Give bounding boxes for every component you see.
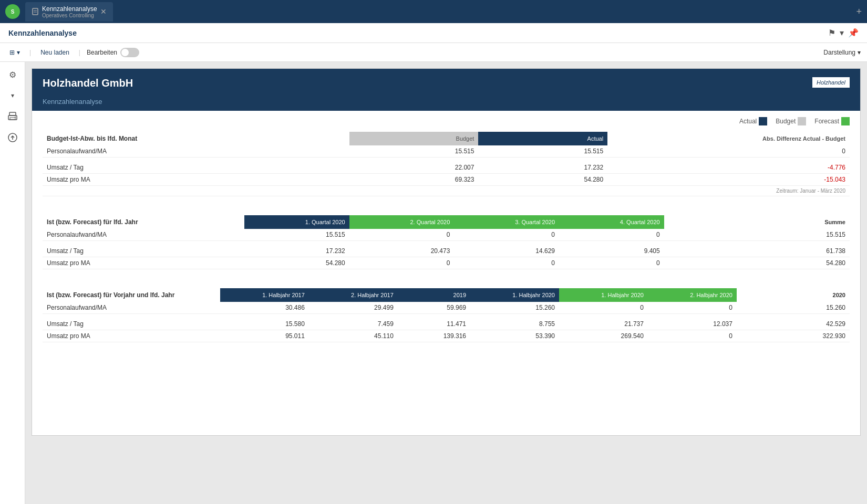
s1r2-diff: -15.043 [607,174,850,186]
section2-q3-header: 3. Quartal 2020 [454,215,559,229]
toggle-knob [121,49,129,56]
content-area: Holzhandel GmbH Holzhandel Kennzahlenana… [25,62,867,504]
reload-button[interactable]: Neu laden [37,47,73,58]
s2r0-summe: 15.515 [664,229,850,241]
s3r1-h2-2017: 7.459 [309,318,398,330]
s3r0-h2-2020: 0 [648,302,737,314]
add-tab-button[interactable]: + [856,6,862,17]
s3r1-h2-2020: 12.037 [648,318,737,330]
actual-label: Actual [739,118,757,125]
s2r1-summe: 61.738 [664,245,850,257]
darstellung-button[interactable]: Darstellung ▾ [823,49,861,56]
s3r0-h2-2017: 29.499 [309,302,398,314]
expand-dropdown: ▾ [17,49,20,56]
section3-title: Ist (bzw. Forecast) für Vorjahr und lfd.… [43,288,220,302]
upload-icon[interactable] [4,129,21,146]
s1r0-diff: 0 [607,145,850,158]
section1-row-1: Umsatz / Tag 22.007 17.232 -4.776 [43,162,850,174]
s2r0-label: Personalaufwand/MA [43,229,244,241]
pin-icon[interactable]: 📌 [848,28,859,38]
s1r1-actual: 17.232 [478,162,607,174]
s1r2-label: Umsatz pro MA [43,174,349,186]
section2-summe-header: Summe [664,215,850,229]
toolbar: ⊞ ▾ | Neu laden | Bearbeiten Darstellung… [0,43,867,62]
svg-rect-5 [9,112,16,116]
s1r1-budget: 22.007 [349,162,479,174]
section1-note-row: Zeitraum: Januar - März 2020 [43,186,850,196]
expand-icon: ⊞ [9,49,15,56]
section2-row-0: Personalaufwand/MA 15.515 0 0 0 15.515 [43,229,850,241]
section3-h1-2020f-header: 1. Halbjahr 2020 [559,288,648,302]
section-gap2 [32,280,860,288]
edit-toggle[interactable] [120,48,139,57]
section2-row-2: Umsatz pro MA 54.280 0 0 0 54.280 [43,257,850,269]
s2r0-q2: 0 [349,229,455,241]
section3-row-0: Personalaufwand/MA 30.486 29.499 59.969 … [43,302,850,314]
s3r2-h1-2020: 53.390 [470,330,559,342]
settings-icon[interactable]: ⚙ [4,66,21,83]
s3r0-h1-2017: 30.486 [220,302,309,314]
section3-h1-2017-header: 1. Halbjahr 2017 [220,288,309,302]
forecast-label: Forecast [814,118,839,125]
s2r1-q1: 17.232 [244,245,349,257]
s3r0-h1-2020: 15.260 [470,302,559,314]
s1r0-label: Personalaufwand/MA [43,145,349,158]
section1-row-0: Personalaufwand/MA 15.515 15.515 0 [43,145,850,158]
section2-title: Ist (bzw. Forecast) für lfd. Jahr [43,215,244,229]
section2-q4-header: 4. Quartal 2020 [559,215,664,229]
legend-forecast: Forecast [814,117,850,125]
s2r2-label: Umsatz pro MA [43,257,244,269]
print-icon[interactable] [4,108,21,125]
svg-text:S: S [11,9,15,15]
s3r2-label: Umsatz pro MA [43,330,220,342]
s3r0-2019: 59.969 [398,302,470,314]
section3-row-2: Umsatz pro MA 95.011 45.110 139.316 53.3… [43,330,850,342]
s3r2-2020: 322.930 [737,330,850,342]
edit-toggle-container: Bearbeiten [87,48,139,57]
legend-actual: Actual [739,117,767,125]
tab-subtitle: Operatives Controlling [42,13,97,18]
tab-close-button[interactable]: ✕ [100,7,107,16]
sidebar: ⚙ ▾ [0,62,25,504]
expand-button[interactable]: ⊞ ▾ [6,47,23,58]
s3r2-2019: 139.316 [398,330,470,342]
top-bar: S Kennzahlenanalyse Operatives Controlli… [0,0,867,23]
section3-h2-2017-header: 2. Halbjahr 2017 [309,288,398,302]
section1-budget-header: Budget [349,132,479,145]
s2r1-q4: 9.405 [559,245,664,257]
s2r2-q1: 54.280 [244,257,349,269]
dropdown-icon[interactable]: ▾ [840,28,844,38]
toolbar-right: Darstellung ▾ [823,49,861,56]
darstellung-label: Darstellung [823,49,855,56]
s2r0-q1: 15.515 [244,229,349,241]
s2r2-q2: 0 [349,257,455,269]
spacer1 [43,158,850,162]
spacer3 [43,314,850,319]
sidebar-expand-icon[interactable]: ▾ [4,87,21,104]
active-tab[interactable]: Kennzahlenanalyse Operatives Controlling… [25,2,113,22]
s1r1-label: Umsatz / Tag [43,162,349,174]
section3-h1-2020-header: 1. Halbjahr 2020 [470,288,559,302]
s1r0-actual: 15.515 [478,145,607,158]
s3r1-h1-2017: 15.580 [220,318,309,330]
legend: Actual Budget Forecast [32,111,860,132]
forecast-color-box [841,117,850,125]
s1r2-budget: 69.323 [349,174,479,186]
section2-table: Ist (bzw. Forecast) für lfd. Jahr 1. Qua… [43,215,850,269]
report-subheader: Kennzahlenanalyse [32,94,860,111]
page-title: Kennzahlenanalyse [8,29,77,37]
svg-rect-2 [33,8,38,15]
section3: Ist (bzw. Forecast) für Vorjahr und lfd.… [32,288,860,353]
section1-table: Budget-Ist-Abw. bis lfd. Monat Budget Ac… [43,132,850,196]
report-logo: Holzhandel [812,77,850,88]
section3-h2-2020-header: 2. Halbjahr 2020 [648,288,737,302]
s3r1-h1-2020f: 21.737 [559,318,648,330]
bookmark-icon[interactable]: ⚑ [828,28,835,38]
main-layout: ⚙ ▾ Holzhandel GmbH Holzhandel Kennzahle… [0,62,867,504]
section1-row-2: Umsatz pro MA 69.323 54.280 -15.043 [43,174,850,186]
s3r2-h2-2020: 0 [648,330,737,342]
toolbar-separator: | [29,49,31,56]
page-title-actions: ⚑ ▾ 📌 [828,28,859,38]
report-header: Holzhandel GmbH Holzhandel [32,69,860,94]
section1-actual-header: Actual [478,132,607,145]
